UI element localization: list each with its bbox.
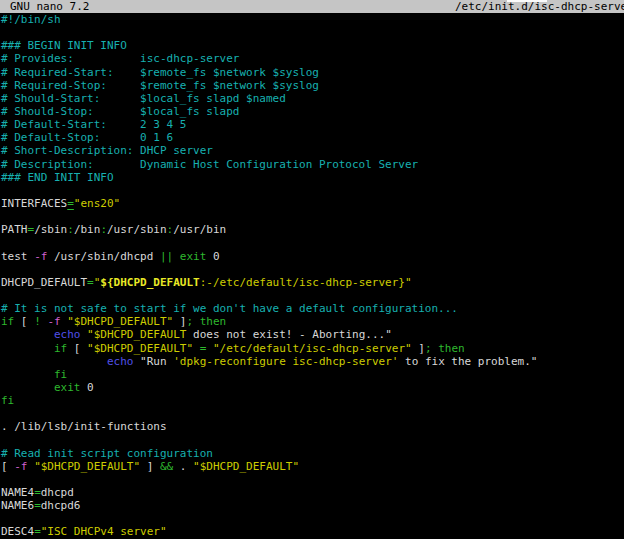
code-line: # Required-Start: $remote_fs $network $s… — [1, 66, 624, 79]
code-line — [1, 26, 624, 39]
code-line: exit 0 — [1, 381, 624, 394]
code-line — [1, 236, 624, 249]
code-line: DESC4="ISC DHCPv4 server" — [1, 525, 624, 538]
code-line: # Should-Start: $local_fs slapd $named — [1, 92, 624, 105]
code-line — [1, 434, 624, 447]
code-line: # Read init script configuration — [1, 447, 624, 460]
code-line: test -f /usr/sbin/dhcpd || exit 0 — [1, 250, 624, 263]
code-line: NAME4=dhcpd — [1, 486, 624, 499]
code-line: # Description: Dynamic Host Configuratio… — [1, 158, 624, 171]
code-line — [1, 289, 624, 302]
code-line: ### BEGIN INIT INFO — [1, 39, 624, 52]
code-line: # Default-Stop: 0 1 6 — [1, 131, 624, 144]
editor-text-area[interactable]: #!/bin/sh ### BEGIN INIT INFO# Provides:… — [1, 13, 624, 539]
code-line: # Provides: isc-dhcp-server — [1, 52, 624, 65]
code-line: echo "Run 'dpkg-reconfigure isc-dhcp-ser… — [1, 355, 624, 368]
code-line — [1, 210, 624, 223]
code-line: # Short-Description: DHCP server — [1, 144, 624, 157]
code-line: # It is not safe to start if we don't ha… — [1, 302, 624, 315]
nano-app-title: GNU nano 7.2 — [10, 0, 89, 13]
code-line: . /lib/lsb/init-functions — [1, 420, 624, 433]
code-line: INTERFACES="ens20" — [1, 197, 624, 210]
code-line: NAME6=dhcpd6 — [1, 499, 624, 512]
text-cursor: = — [67, 197, 74, 210]
code-line: if [ ! -f "$DHCPD_DEFAULT" ]; then — [1, 315, 624, 328]
window-edge-highlight — [507, 0, 547, 2]
code-line: DHCPD_DEFAULT="${DHCPD_DEFAULT:-/etc/def… — [1, 276, 624, 289]
code-line — [1, 184, 624, 197]
code-line: PATH=/sbin:/bin:/usr/sbin:/usr/bin — [1, 223, 624, 236]
code-line: #!/bin/sh — [1, 13, 624, 26]
code-line — [1, 263, 624, 276]
code-line: echo "$DHCPD_DEFAULT does not exist! - A… — [1, 328, 624, 341]
code-line: # Should-Stop: $local_fs slapd — [1, 105, 624, 118]
code-line: fi — [1, 394, 624, 407]
code-line — [1, 407, 624, 420]
code-line: [ -f "$DHCPD_DEFAULT" ] && . "$DHCPD_DEF… — [1, 460, 624, 473]
code-line: fi — [1, 368, 624, 381]
code-line — [1, 512, 624, 525]
code-line — [1, 473, 624, 486]
code-line: ### END INIT INFO — [1, 171, 624, 184]
nano-titlebar: GNU nano 7.2 /etc/init.d/isc-dhcp-server — [0, 0, 624, 13]
code-line: if [ "$DHCPD_DEFAULT" = "/etc/default/is… — [1, 342, 624, 355]
code-line: # Default-Start: 2 3 4 5 — [1, 118, 624, 131]
code-line: # Required-Stop: $remote_fs $network $sy… — [1, 79, 624, 92]
terminal-screen: GNU nano 7.2 /etc/init.d/isc-dhcp-server… — [0, 0, 624, 539]
